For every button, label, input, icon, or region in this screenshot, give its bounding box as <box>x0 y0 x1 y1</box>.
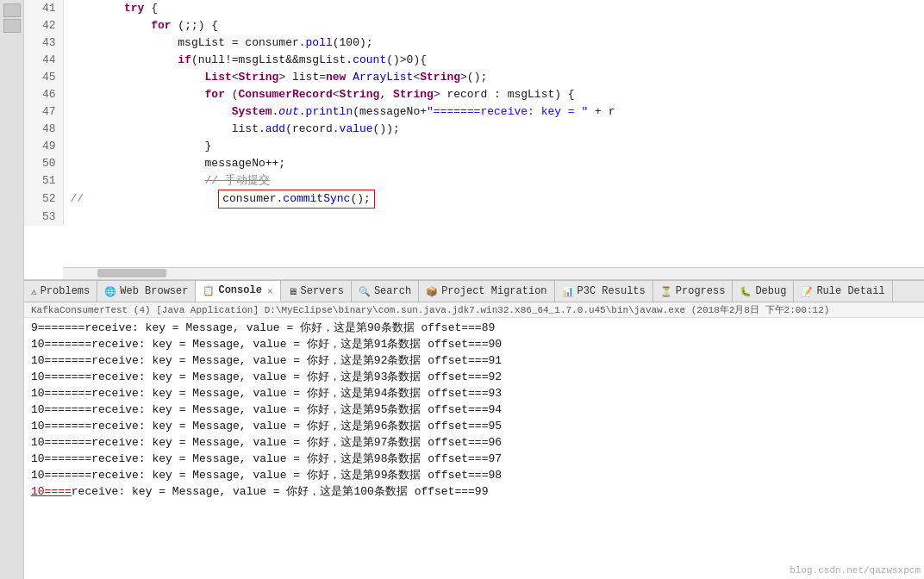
tab-servers[interactable]: 🖥 Servers <box>281 281 352 302</box>
code-row-50: 50 messageNo++; <box>24 155 924 172</box>
tab-progress-label: Progress <box>676 285 726 297</box>
code-row-53: 53 <box>24 209 924 226</box>
code-content-48: list.add(record.value()); <box>63 121 924 138</box>
projectmigration-icon: 📦 <box>426 286 438 297</box>
code-row-44: 44 if(null!=msgList&&msgList.count()>0){ <box>24 52 924 69</box>
code-row-42: 42 for (;;) { <box>24 17 924 34</box>
tab-search-label: Search <box>374 285 411 297</box>
console-close-button[interactable]: ✕ <box>267 285 273 296</box>
underline-text: 10==== <box>31 485 72 498</box>
console-icon: 📋 <box>203 285 215 296</box>
line-num-46: 46 <box>24 86 63 103</box>
console-line-9: 10=======receive: key = Message, value =… <box>31 467 917 483</box>
tab-p3cresults-label: P3C Results <box>578 285 646 297</box>
code-content-47: System.out.println(messageNo+"=======rec… <box>63 103 924 121</box>
tab-debug[interactable]: 🐛 Debug <box>733 281 794 302</box>
line-num-48: 48 <box>24 121 63 138</box>
code-content-42: for (;;) { <box>63 17 924 34</box>
bottom-panel: ⚠ Problems 🌐 Web Browser 📋 Console ✕ 🖥 S… <box>24 280 924 579</box>
line-num-53: 53 <box>24 209 63 226</box>
main-wrapper: 41 try { 42 for (;;) { 43 msgList = cons… <box>24 0 924 579</box>
code-row-46: 46 for (ConsumerRecord<String, String> r… <box>24 86 924 103</box>
line-num-52: 52 <box>24 190 63 209</box>
ruledetail-icon: 📝 <box>801 286 813 297</box>
left-sidebar-strip <box>0 0 24 579</box>
code-row-48: 48 list.add(record.value()); <box>24 121 924 138</box>
tab-bar: ⚠ Problems 🌐 Web Browser 📋 Console ✕ 🖥 S… <box>24 280 924 302</box>
line-num-47: 47 <box>24 103 63 121</box>
console-line-10: 10====receive: key = Message, value = 你好… <box>31 483 917 500</box>
tab-ruledetail[interactable]: 📝 Rule Detail <box>794 281 892 302</box>
run-info-text: KafkaConsumerTest (4) [Java Application]… <box>31 305 829 315</box>
code-content-44: if(null!=msgList&&msgList.count()>0){ <box>63 52 924 69</box>
code-content-50: messageNo++; <box>63 155 924 172</box>
debug-icon: 🐛 <box>740 286 752 297</box>
console-line-2: 10=======receive: key = Message, value =… <box>31 352 917 369</box>
strip-button-1[interactable] <box>3 3 21 17</box>
tab-webbrowser[interactable]: 🌐 Web Browser <box>97 281 196 302</box>
tab-ruledetail-label: Rule Detail <box>816 285 884 297</box>
webbrowser-icon: 🌐 <box>104 286 116 297</box>
tab-p3cresults[interactable]: 📊 P3C Results <box>555 281 653 302</box>
line-num-50: 50 <box>24 155 63 172</box>
code-row-49: 49 } <box>24 138 924 155</box>
code-row-52: 52 // consumer.commitSync(); <box>24 190 924 209</box>
tab-progress[interactable]: ⏳ Progress <box>653 281 734 302</box>
tab-webbrowser-label: Web Browser <box>120 285 188 297</box>
code-content-51: // 手动提交 <box>63 172 924 190</box>
search-icon: 🔍 <box>359 286 371 297</box>
code-row-47: 47 System.out.println(messageNo+"=======… <box>24 103 924 121</box>
horizontal-scrollbar[interactable] <box>63 267 924 279</box>
tab-servers-label: Servers <box>301 285 344 297</box>
tab-search[interactable]: 🔍 Search <box>352 281 419 302</box>
console-line-8: 10=======receive: key = Message, value =… <box>31 451 917 467</box>
code-row-43: 43 msgList = consumer.poll(100); <box>24 34 924 52</box>
tab-projectmigration-label: Project Migration <box>441 285 546 297</box>
console-line-7: 10=======receive: key = Message, value =… <box>31 434 917 451</box>
code-row-41: 41 try { <box>24 0 924 17</box>
code-content-41: try { <box>63 0 924 17</box>
progress-icon: ⏳ <box>660 286 672 297</box>
tab-console-label: Console <box>218 284 261 296</box>
code-content-53 <box>63 209 924 226</box>
tab-debug-label: Debug <box>755 285 786 297</box>
code-content-52: // consumer.commitSync(); <box>63 190 924 209</box>
tab-problems-label: Problems <box>41 285 91 297</box>
line-num-41: 41 <box>24 0 63 17</box>
tab-problems[interactable]: ⚠ Problems <box>24 281 97 302</box>
console-output: 9=======receive: key = Message, value = … <box>24 318 924 579</box>
code-content-49: } <box>63 138 924 155</box>
code-row-51: 51 // 手动提交 <box>24 172 924 190</box>
p3cresults-icon: 📊 <box>562 286 574 297</box>
scrollbar-thumb <box>97 269 166 277</box>
console-line-1: 10=======receive: key = Message, value =… <box>31 336 917 352</box>
line-num-45: 45 <box>24 69 63 86</box>
code-row-45: 45 List<String> list=new ArrayList<Strin… <box>24 69 924 86</box>
tab-projectmigration[interactable]: 📦 Project Migration <box>419 281 554 302</box>
console-line-4: 10=======receive: key = Message, value =… <box>31 385 917 402</box>
code-content-43: msgList = consumer.poll(100); <box>63 34 924 52</box>
code-editor: 41 try { 42 for (;;) { 43 msgList = cons… <box>24 0 924 280</box>
code-content-45: List<String> list=new ArrayList<String>(… <box>63 69 924 86</box>
console-line-0: 9=======receive: key = Message, value = … <box>31 320 917 336</box>
strip-button-2[interactable] <box>3 19 21 33</box>
line-num-43: 43 <box>24 34 63 52</box>
code-table: 41 try { 42 for (;;) { 43 msgList = cons… <box>24 0 924 226</box>
console-line-5: 10=======receive: key = Message, value =… <box>31 402 917 418</box>
console-line-6: 10=======receive: key = Message, value =… <box>31 418 917 434</box>
line-num-49: 49 <box>24 138 63 155</box>
code-content-46: for (ConsumerRecord<String, String> reco… <box>63 86 924 103</box>
problems-icon: ⚠ <box>31 286 37 297</box>
servers-icon: 🖥 <box>288 286 297 297</box>
line-num-42: 42 <box>24 17 63 34</box>
line-num-44: 44 <box>24 52 63 69</box>
run-info-bar: KafkaConsumerTest (4) [Java Application]… <box>24 302 924 318</box>
tab-console[interactable]: 📋 Console ✕ <box>196 281 280 302</box>
line-num-51: 51 <box>24 172 63 190</box>
console-line-3: 10=======receive: key = Message, value =… <box>31 369 917 385</box>
